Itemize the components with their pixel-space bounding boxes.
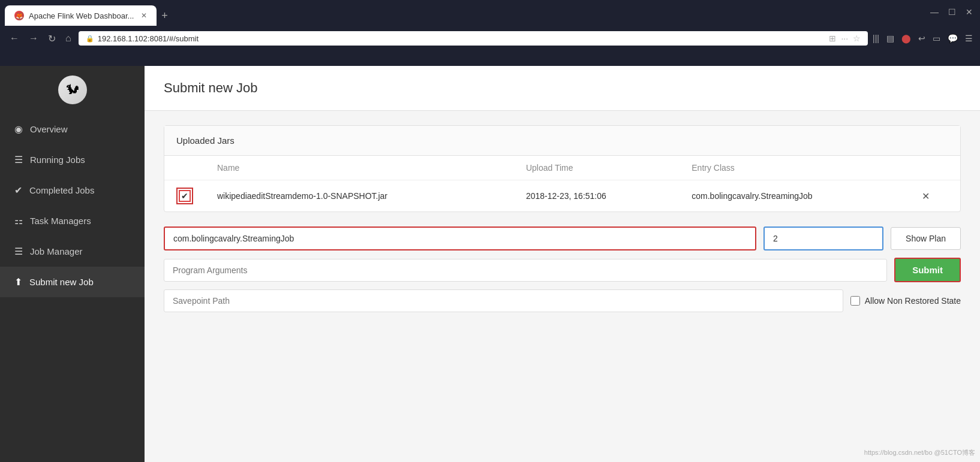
sidebar-item-completed-jobs[interactable]: ✔ Completed Jobs xyxy=(0,175,145,206)
table-row: ✔ wikipediaeditStreamdemo-1.0-SNAPSHOT.j… xyxy=(164,180,960,212)
parallelism-input[interactable] xyxy=(763,227,883,250)
task-managers-icon: ⚏ xyxy=(14,215,23,227)
jar-filename: wikipediaeditStreamdemo-1.0-SNAPSHOT.jar xyxy=(205,180,514,212)
allow-non-restored-label[interactable]: Allow Non Restored State xyxy=(850,296,961,306)
sidebar-item-job-manager[interactable]: ☰ Job Manager xyxy=(0,236,145,267)
allow-non-restored-text: Allow Non Restored State xyxy=(865,296,961,306)
jar-upload-time: 2018-12-23, 16:51:06 xyxy=(514,180,680,212)
jar-entry-class: com.bolingcavalry.StreamingJob xyxy=(680,180,909,212)
sidebar-item-label: Task Managers xyxy=(30,216,91,226)
tab-close-button[interactable]: ✕ xyxy=(141,11,147,20)
col-entry-class: Entry Class xyxy=(680,156,909,180)
sidebar-item-label: Submit new Job xyxy=(29,277,94,287)
job-submit-form: Show Plan Submit Allow Non Restored Stat… xyxy=(164,227,961,312)
watermark: https://blog.csdn.net/bo @51CTO博客 xyxy=(864,448,975,457)
screenshot-icon[interactable]: ▭ xyxy=(933,34,940,43)
close-window-button[interactable]: ✕ xyxy=(966,7,973,17)
jar-table: Name Upload Time Entry Class ✔ xyxy=(164,156,960,212)
history-icon[interactable]: ↩ xyxy=(918,34,925,43)
form-row-2: Submit xyxy=(164,258,961,282)
submit-new-job-icon: ⬆ xyxy=(14,276,22,288)
col-actions xyxy=(910,156,960,180)
back-button[interactable]: ← xyxy=(7,31,22,46)
window-controls: — ☐ ✕ xyxy=(930,7,973,17)
sidebar-item-running-jobs[interactable]: ☰ Running Jobs xyxy=(0,144,145,175)
bookmark-icon[interactable]: ☆ xyxy=(853,34,861,43)
qr-icon[interactable]: ⊞ xyxy=(829,34,836,43)
row-checkbox-cell[interactable]: ✔ xyxy=(164,180,205,212)
url-display: 192.168.1.102:8081/#/submit xyxy=(98,34,826,43)
browser-tab[interactable]: 🦊 Apache Flink Web Dashboar... ✕ xyxy=(5,5,157,26)
jar-delete-cell[interactable]: ✕ xyxy=(910,180,960,212)
sidebar-item-submit-new-job[interactable]: ⬆ Submit new Job xyxy=(0,267,145,297)
jar-select-checkbox[interactable]: ✔ xyxy=(179,190,191,202)
delete-jar-button[interactable]: ✕ xyxy=(922,191,930,202)
savepoint-path-input[interactable] xyxy=(164,289,843,312)
page-title: Submit new Job xyxy=(164,80,961,96)
library-icon[interactable]: ||| xyxy=(873,34,879,43)
sidebar-item-label: Completed Jobs xyxy=(29,185,94,195)
main-content: Submit new Job Uploaded Jars Name Upload… xyxy=(145,66,980,462)
address-bar[interactable]: 🔒 192.168.1.102:8081/#/submit ⊞ ··· ☆ xyxy=(79,31,868,46)
col-checkbox xyxy=(164,156,205,180)
running-jobs-icon: ☰ xyxy=(14,154,23,165)
minimize-button[interactable]: — xyxy=(930,7,939,17)
form-row-3: Allow Non Restored State xyxy=(164,289,961,312)
sidebar-logo: 🐿 xyxy=(0,66,145,114)
allow-non-restored-checkbox[interactable] xyxy=(850,296,860,306)
sidebar-item-label: Job Manager xyxy=(30,246,83,256)
form-row-1: Show Plan xyxy=(164,227,961,250)
menu-icon[interactable]: ☰ xyxy=(965,34,973,43)
tab-favicon: 🦊 xyxy=(14,11,24,20)
card-header: Uploaded Jars xyxy=(164,126,960,156)
tab-title: Apache Flink Web Dashboar... xyxy=(29,11,134,20)
sidebar-item-label: Overview xyxy=(30,124,68,134)
sidebar-item-overview[interactable]: ◉ Overview xyxy=(0,114,145,144)
entry-class-input[interactable] xyxy=(164,227,756,250)
show-plan-button[interactable]: Show Plan xyxy=(891,227,961,250)
checkbox-border: ✔ xyxy=(176,188,193,204)
job-manager-icon: ☰ xyxy=(14,246,23,257)
check-mark-icon: ✔ xyxy=(181,191,188,201)
sidebar: 🐿 ◉ Overview ☰ Running Jobs ✔ Completed … xyxy=(0,66,145,462)
completed-jobs-icon: ✔ xyxy=(14,185,22,196)
program-arguments-input[interactable] xyxy=(164,259,887,282)
maximize-button[interactable]: ☐ xyxy=(948,7,956,17)
home-button[interactable]: ⌂ xyxy=(63,31,74,46)
security-icon: 🔒 xyxy=(86,35,94,43)
more-icon[interactable]: ··· xyxy=(841,34,848,43)
overview-icon: ◉ xyxy=(14,123,23,135)
new-tab-button[interactable]: + xyxy=(161,10,168,22)
reader-icon[interactable]: ▤ xyxy=(886,34,894,43)
uploaded-jars-card: Uploaded Jars Name Upload Time Entry Cla… xyxy=(164,125,961,212)
col-name: Name xyxy=(205,156,514,180)
submit-button[interactable]: Submit xyxy=(894,258,961,282)
sidebar-item-task-managers[interactable]: ⚏ Task Managers xyxy=(0,206,145,236)
logo-icon: 🐿 xyxy=(58,76,87,104)
opera-icon[interactable]: ⬤ xyxy=(901,34,911,43)
forward-button[interactable]: → xyxy=(26,31,41,46)
page-header: Submit new Job xyxy=(145,66,980,111)
chat-icon[interactable]: 💬 xyxy=(948,34,958,43)
reload-button[interactable]: ↻ xyxy=(46,31,58,47)
col-upload-time: Upload Time xyxy=(514,156,680,180)
sidebar-item-label: Running Jobs xyxy=(30,155,85,165)
